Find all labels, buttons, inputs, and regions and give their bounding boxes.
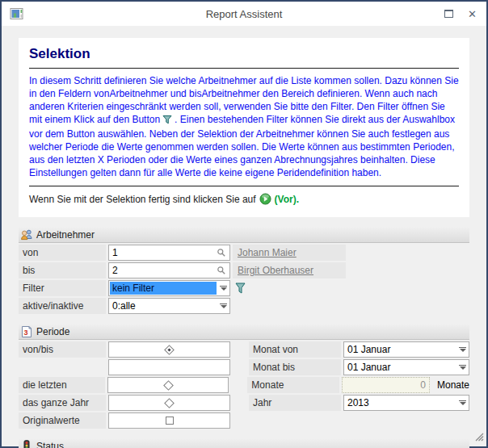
aktive-value: 0:alle (110, 299, 217, 312)
status-section: Status Aktuelle Liste Neue Liste erstell… (19, 439, 469, 448)
aktive-row: aktive/inaktive 0:alle (19, 298, 469, 314)
filter-row: Filter kein Filter (19, 280, 469, 296)
intro-panel: Selektion In diesem Schritt definieren S… (19, 38, 469, 217)
chevron-down-icon (217, 281, 229, 295)
originalwerte-option-field (108, 412, 230, 429)
filter-combobox[interactable]: kein Filter (108, 280, 230, 296)
report-icon (10, 7, 24, 20)
bis-label: bis (19, 262, 106, 278)
chevron-down-icon (456, 342, 469, 357)
monat-bis-combobox[interactable]: 01 Januar (343, 359, 469, 375)
search-icon[interactable] (217, 266, 226, 275)
filter-value: kein Filter (110, 282, 217, 295)
die-letzten-label: die letzten (19, 377, 105, 393)
vonbis-monatvon-row: von/bis Monat von 01 Januar (19, 341, 469, 358)
bis-arbeitnehmer-name-link[interactable]: Birgit Oberhauser (233, 262, 346, 278)
close-button[interactable]: ✕ (466, 7, 478, 21)
chevron-down-icon (456, 396, 469, 410)
chevron-down-icon (456, 360, 469, 375)
intro-paragraph: In diesem Schritt definieren Sie welche … (29, 74, 459, 179)
monat-von-combobox[interactable]: 01 Januar (343, 341, 469, 358)
green-forward-icon (259, 193, 271, 207)
funnel-icon (162, 115, 172, 128)
monatbis-row: Monat bis 01 Januar (19, 359, 469, 375)
filter-label: Filter (19, 280, 106, 296)
aktive-inaktive-label: aktive/inaktive (19, 298, 106, 314)
titlebar: Report Assistent ✕ (2, 2, 486, 26)
section-title: Periode (36, 326, 69, 337)
footer-text: Wenn Sie mit der Selektion fertig sind k… (29, 194, 256, 205)
originalwerte-row: Originalwerte (19, 412, 469, 429)
das-ganze-jahr-radio[interactable] (164, 398, 175, 408)
filter-button[interactable] (233, 280, 247, 296)
bis-row: bis 2 Birgit Oberhauser (19, 262, 469, 278)
das-ganze-jahr-option-field (108, 395, 230, 411)
people-icon (20, 228, 33, 241)
arbeitnehmer-header: Arbeitnehmer (19, 228, 469, 243)
section-title: Status (36, 441, 64, 448)
section-title: Arbeitnehmer (36, 229, 95, 241)
originalwerte-label: Originalwerte (19, 412, 106, 429)
svg-text:3: 3 (24, 329, 28, 337)
bis-value: 2 (112, 265, 118, 276)
search-icon[interactable] (217, 248, 226, 257)
monat-von-value: 01 Januar (345, 343, 456, 356)
von-arbeitnehmer-name-link[interactable]: Johann Maier (233, 245, 346, 261)
calendar-page-icon: 3 (20, 325, 33, 338)
jahr-combobox[interactable]: 2013 (343, 395, 469, 411)
status-header: Status (19, 439, 469, 448)
vor-link: (Vor). (275, 194, 299, 205)
von-value: 1 (112, 247, 118, 258)
monate-suffix: Monate (437, 377, 469, 393)
monat-bis-label: Monat bis (249, 359, 341, 375)
periode-header: 3 Periode (19, 324, 469, 340)
traffic-light-icon (20, 440, 33, 448)
report-assistent-window: Report Assistent ✕ Selektion In diesem S… (0, 0, 488, 448)
intro-footer: Wenn Sie mit der Selektion fertig sind k… (29, 193, 459, 207)
aktive-inaktive-combobox[interactable]: 0:alle (108, 298, 230, 314)
periode-section: 3 Periode von/bis Monat von 01 Januar Mo… (19, 324, 469, 429)
window-title: Report Assistent (2, 8, 486, 20)
maximize-icon (444, 10, 453, 18)
die-letzten-option-field (107, 377, 229, 393)
jahr-value: 2013 (345, 396, 456, 409)
jahr-label: Jahr (249, 395, 341, 411)
vonbis-label: von/bis (19, 341, 106, 358)
divider (29, 186, 459, 186)
von-arbeitnehmer-input[interactable]: 1 (108, 245, 230, 261)
monate-label: Monate (247, 377, 339, 393)
resize-grip[interactable] (473, 430, 484, 445)
monat-bis-value: 01 Januar (345, 361, 456, 374)
arbeitnehmer-section: Arbeitnehmer von 1 Johann Maier bis 2 Bi… (19, 228, 469, 314)
von-label: von (19, 245, 106, 261)
ganzesjahr-jahr-row: das ganze Jahr Jahr 2013 (19, 395, 469, 411)
dieletzten-monate-row: die letzten Monate 0 Monate (19, 377, 469, 393)
die-letzten-radio[interactable] (163, 380, 174, 391)
von-row: von 1 Johann Maier (19, 245, 469, 261)
bis-arbeitnehmer-input[interactable]: 2 (108, 262, 230, 278)
vonbis-radio[interactable] (164, 345, 175, 355)
das-ganze-jahr-label: das ganze Jahr (19, 395, 106, 411)
monat-von-label: Monat von (249, 341, 341, 358)
close-icon: ✕ (468, 9, 477, 19)
divider (29, 68, 459, 69)
chevron-down-icon (217, 299, 229, 313)
monate-input: 0 (342, 377, 430, 393)
originalwerte-checkbox[interactable] (166, 417, 174, 425)
vonbis-option-field (108, 341, 230, 358)
maximize-button[interactable] (443, 8, 455, 19)
page-title: Selektion (29, 46, 459, 62)
